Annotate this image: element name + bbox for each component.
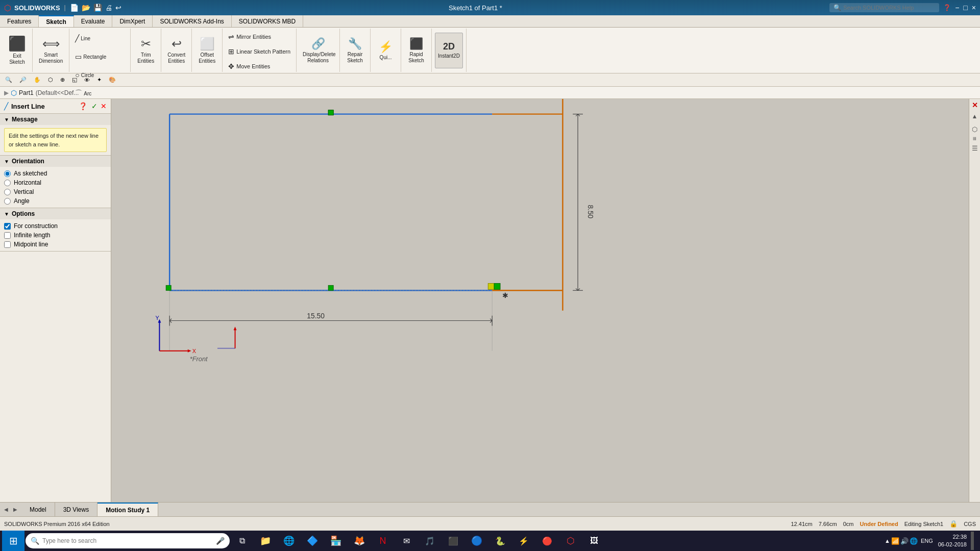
breadcrumb-part[interactable]: Part1 — [19, 89, 34, 96]
sidebar-expand-btn[interactable]: ▲ — [972, 113, 978, 120]
view-orient-btn[interactable]: ⬡ — [45, 75, 56, 85]
rectangle-button[interactable]: ▭ Rectangle — [72, 48, 103, 65]
tab-features[interactable]: Features — [0, 15, 39, 27]
radio-angle[interactable]: Angle — [4, 197, 107, 205]
close-button[interactable]: × — [972, 4, 976, 12]
print-icon[interactable]: 🖨 — [105, 4, 112, 12]
taskbar-task-view[interactable]: ⧉ — [231, 531, 253, 551]
line-button[interactable]: ╱ Line — [72, 30, 103, 47]
bottom-tab-motion-study[interactable]: Motion Study 1 — [97, 503, 158, 516]
bottom-tab-3d-views[interactable]: 3D Views — [55, 503, 97, 516]
options-section-header[interactable]: ▼ Options — [0, 208, 111, 219]
convert-entities-button[interactable]: ↩ ConvertEntities — [164, 33, 188, 68]
view-zoom-btn[interactable]: 🔎 — [16, 75, 30, 85]
smart-dim-label: SmartDimension — [39, 52, 63, 64]
cancel-button[interactable]: ✕ — [101, 102, 107, 110]
tab-solidworks-mbd[interactable]: SOLIDWORKS MBD — [232, 15, 303, 27]
checkbox-infinite-length[interactable]: Infinite length — [4, 232, 107, 239]
tray-sound-icon[interactable]: 🔊 — [900, 537, 909, 545]
right-panel-icon-2[interactable]: ≡ — [971, 137, 978, 141]
taskbar-search-input[interactable] — [42, 537, 213, 544]
radio-vertical[interactable]: Vertical — [4, 188, 107, 195]
taskbar-app-1[interactable]: 🎵 — [419, 531, 441, 551]
title-bar: ⬡ SOLIDWORKS | 📄 📂 💾 🖨 ↩ Sketch1 of Part… — [0, 0, 980, 15]
maximize-button[interactable]: □ — [963, 4, 967, 12]
move-entities-button[interactable]: ✥ Move Entities — [226, 59, 293, 73]
checkbox-for-construction[interactable]: For construction — [4, 222, 107, 230]
help-panel-icon[interactable]: ❓ — [79, 102, 87, 110]
checkbox-midpoint-line[interactable]: Midpoint line — [4, 241, 107, 248]
sketch-canvas[interactable]: ✱ 8.50 15.50 *Front Y — [111, 99, 969, 502]
tab-solidworks-addins[interactable]: SOLIDWORKS Add-Ins — [153, 15, 231, 27]
view-rotate-btn[interactable]: 🔍 — [2, 75, 15, 85]
tray-arrow-icon[interactable]: ▲ — [885, 538, 890, 544]
new-icon[interactable]: 📄 — [70, 4, 79, 12]
taskbar-netflix[interactable]: N — [372, 531, 394, 551]
open-icon[interactable]: 📂 — [82, 4, 90, 12]
right-panel-icon-3[interactable]: ☰ — [971, 144, 978, 152]
display-delete-relations-button[interactable]: 🔗 Display/DeleteRelations — [300, 33, 336, 68]
radio-as-sketched[interactable]: As sketched — [4, 170, 107, 177]
taskbar-solidworks[interactable]: ⬡ — [559, 531, 582, 551]
taskbar-photos[interactable]: 🖼 — [583, 531, 605, 551]
microphone-icon[interactable]: 🎤 — [216, 537, 225, 545]
save-icon[interactable]: 💾 — [93, 4, 102, 12]
rapid-sketch-button[interactable]: ⬛ RapidSketch — [405, 33, 428, 68]
view-pan-btn[interactable]: ✋ — [31, 75, 44, 85]
tab-evaluate[interactable]: Evaluate — [74, 15, 113, 27]
bottom-tab-motion-study-label: Motion Study 1 — [106, 507, 150, 514]
hide-show-btn[interactable]: 👁 — [81, 76, 93, 85]
canvas-area[interactable]: ✱ 8.50 15.50 *Front Y — [111, 99, 969, 502]
ribbon-group-trim: ✂ TrimEntities — [131, 29, 161, 72]
trim-icon: ✂ — [141, 37, 151, 51]
appearance-btn[interactable]: 🎨 — [106, 75, 119, 85]
exit-sketch-button[interactable]: ⬛ ExitSketch — [5, 33, 29, 68]
orientation-section-header[interactable]: ▼ Orientation — [0, 156, 111, 167]
tab-nav-right[interactable]: ▶ — [11, 506, 19, 514]
bottom-tab-model[interactable]: Model — [21, 503, 55, 516]
right-panel-icon-1[interactable]: ⬡ — [971, 126, 978, 133]
line-label: Line — [81, 36, 90, 41]
taskbar-store[interactable]: 🏪 — [325, 531, 347, 551]
radio-horizontal[interactable]: Horizontal — [4, 179, 107, 186]
tab-nav-left[interactable]: ◀ — [2, 506, 10, 514]
offset-entities-button[interactable]: ⬜ OffsetEntities — [195, 33, 218, 68]
undo-icon[interactable]: ↩ — [115, 4, 121, 12]
linear-sketch-pattern-button[interactable]: ⊞ Linear Sketch Pattern — [226, 44, 293, 59]
trim-entities-button[interactable]: ✂ TrimEntities — [134, 33, 157, 68]
help-icon[interactable]: ❓ — [943, 4, 951, 11]
sidebar-close-btn[interactable]: ✕ — [972, 101, 978, 109]
render-btn[interactable]: ✦ — [94, 75, 105, 85]
quick-snaps-button[interactable]: ⚡ Qui... — [375, 33, 397, 68]
taskbar-app-2[interactable]: ⬛ — [442, 531, 464, 551]
taskbar-firefox[interactable]: 🦊 — [348, 531, 371, 551]
repair-sketch-button[interactable]: 🔧 RepairSketch — [344, 33, 366, 68]
taskbar-edge[interactable]: 🌐 — [278, 531, 300, 551]
start-button[interactable]: ⊞ — [2, 531, 24, 551]
taskbar-ie[interactable]: 🔷 — [301, 531, 324, 551]
help-search-input[interactable] — [843, 5, 935, 11]
left-panel-scroll: ▼ Message Edit the settings of the next … — [0, 114, 111, 502]
taskbar-mail[interactable]: ✉ — [395, 531, 418, 551]
taskbar-app-4[interactable]: ⚡ — [512, 531, 535, 551]
taskbar-app-5[interactable]: 🔴 — [536, 531, 558, 551]
taskbar-search-box[interactable]: 🔍 🎤 — [26, 533, 230, 548]
confirm-button[interactable]: ✓ — [91, 102, 97, 110]
tray-network-icon[interactable]: 🌐 — [910, 537, 918, 545]
tab-sketch[interactable]: Sketch — [39, 15, 74, 27]
taskbar-chrome[interactable]: 🔵 — [465, 531, 488, 551]
view-display-btn[interactable]: ◱ — [69, 75, 80, 85]
minimize-button[interactable]: − — [955, 4, 959, 12]
svg-rect-12 — [328, 285, 333, 290]
mirror-entities-button[interactable]: ⇌ Mirror Entities — [226, 30, 293, 44]
ribbon-group-quick-snaps: ⚡ Qui... — [371, 29, 401, 72]
ribbon-group-offset: ⬜ OffsetEntities — [192, 29, 223, 72]
taskbar-app-3[interactable]: 🐍 — [489, 531, 511, 551]
smart-dimension-button[interactable]: ⟺ SmartDimension — [36, 33, 66, 68]
taskbar-file-explorer[interactable]: 📁 — [254, 531, 277, 551]
message-section-header[interactable]: ▼ Message — [0, 114, 111, 125]
tab-dimxpert[interactable]: DimXpert — [112, 15, 153, 27]
section-view-btn[interactable]: ⊕ — [57, 75, 68, 85]
show-desktop-btn[interactable] — [971, 532, 974, 550]
instant2d-button[interactable]: 2D Instant2D — [435, 33, 463, 68]
